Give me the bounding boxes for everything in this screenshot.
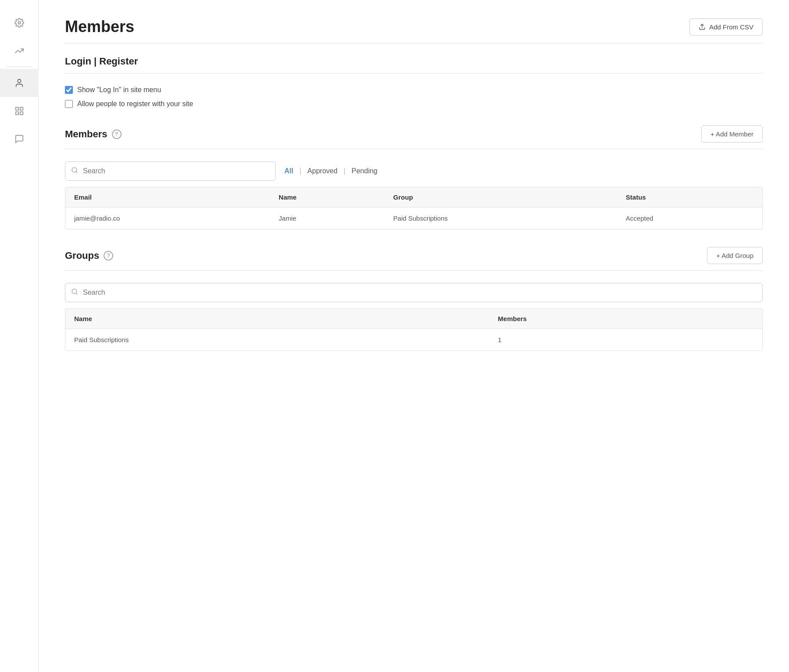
gear-icon: [14, 18, 25, 28]
person-icon: [14, 78, 25, 88]
cell-group-name: Paid Subscriptions: [65, 329, 489, 351]
members-table-head: Email Name Group Status: [65, 187, 762, 207]
members-section-header: Members ? + Add Member: [65, 125, 763, 143]
show-login-checkbox[interactable]: [65, 86, 73, 94]
grid-icon: [14, 106, 25, 116]
filter-sep-1: |: [299, 167, 301, 175]
svg-point-1: [18, 79, 21, 82]
groups-section-header: Groups ? + Add Group: [65, 247, 763, 264]
analytics-icon: [14, 46, 25, 56]
col-email: Email: [65, 187, 270, 207]
groups-table-header-row: Name Members: [65, 309, 762, 329]
allow-register-label[interactable]: Allow people to register with your site: [77, 100, 193, 108]
add-csv-label: Add From CSV: [709, 23, 753, 31]
svg-rect-5: [15, 112, 18, 114]
groups-search-section: [65, 283, 763, 302]
svg-line-10: [76, 293, 77, 294]
groups-help-icon[interactable]: ?: [104, 251, 113, 261]
sidebar-item-apps[interactable]: [0, 97, 39, 125]
col-group: Group: [384, 187, 617, 207]
svg-rect-2: [15, 107, 18, 110]
groups-table-wrap: Name Members Paid Subscriptions 1: [65, 308, 763, 351]
filter-tab-pending[interactable]: Pending: [351, 167, 377, 175]
show-login-label[interactable]: Show "Log In" in site menu: [77, 86, 161, 94]
groups-section: Groups ? + Add Group: [65, 247, 763, 351]
members-divider: [65, 149, 763, 149]
groups-table-head: Name Members: [65, 309, 762, 329]
groups-search-input[interactable]: [65, 283, 763, 302]
upload-icon: [699, 23, 706, 30]
cell-group: Paid Subscriptions: [384, 207, 617, 229]
members-search-row: All | Approved | Pending: [65, 161, 763, 181]
filter-tab-approved[interactable]: Approved: [308, 167, 338, 175]
add-group-button[interactable]: + Add Group: [707, 247, 763, 264]
cell-status: Accepted: [617, 207, 762, 229]
members-search-wrap: [65, 161, 276, 181]
add-from-csv-button[interactable]: Add From CSV: [689, 18, 763, 36]
groups-section-title: Groups: [65, 250, 99, 261]
members-section-title: Members: [65, 129, 108, 140]
groups-search-icon: [71, 288, 78, 297]
main-content: Members Add From CSV Login | Register Sh…: [39, 0, 789, 672]
add-member-button[interactable]: + Add Member: [701, 125, 763, 143]
page-header: Members Add From CSV: [65, 18, 763, 36]
col-group-members: Members: [489, 309, 762, 329]
svg-line-8: [76, 172, 77, 173]
members-section: Members ? + Add Member All | Approved: [65, 125, 763, 229]
top-divider: [65, 43, 763, 43]
groups-divider: [65, 270, 763, 271]
groups-title-group: Groups ?: [65, 250, 113, 261]
show-login-row: Show "Log In" in site menu: [65, 86, 763, 94]
allow-register-checkbox[interactable]: [65, 100, 73, 108]
svg-rect-3: [20, 107, 22, 110]
svg-rect-4: [20, 112, 22, 114]
members-table-header-row: Email Name Group Status: [65, 187, 762, 207]
groups-table-body: Paid Subscriptions 1: [65, 329, 762, 351]
chat-icon: [14, 134, 25, 144]
sidebar-item-messages[interactable]: [0, 125, 39, 153]
cell-email: jamie@radio.co: [65, 207, 270, 229]
cell-group-members: 1: [489, 329, 762, 351]
col-name: Name: [270, 187, 384, 207]
add-group-label: + Add Group: [716, 252, 753, 259]
members-filter-tabs: All | Approved | Pending: [284, 167, 377, 175]
filter-sep-2: |: [344, 167, 345, 175]
login-register-heading: Login | Register: [65, 56, 763, 67]
page-title: Members: [65, 18, 134, 36]
sidebar-item-members[interactable]: [0, 69, 39, 97]
login-register-divider: [65, 73, 763, 74]
members-help-icon[interactable]: ?: [112, 129, 122, 139]
groups-table: Name Members Paid Subscriptions 1: [65, 309, 762, 350]
members-title-group: Members ?: [65, 129, 122, 140]
col-group-name: Name: [65, 309, 489, 329]
members-table-body: jamie@radio.co Jamie Paid Subscriptions …: [65, 207, 762, 229]
members-search-icon: [71, 167, 78, 175]
members-table-wrap: Email Name Group Status jamie@radio.co J…: [65, 187, 763, 229]
members-table: Email Name Group Status jamie@radio.co J…: [65, 187, 762, 229]
col-status: Status: [617, 187, 762, 207]
sidebar-divider: [6, 67, 32, 67]
sidebar-item-analytics[interactable]: [0, 37, 39, 65]
table-row: Paid Subscriptions 1: [65, 329, 762, 351]
groups-search-wrap: [65, 283, 763, 302]
allow-register-row: Allow people to register with your site: [65, 100, 763, 108]
table-row: jamie@radio.co Jamie Paid Subscriptions …: [65, 207, 762, 229]
members-search-input[interactable]: [65, 161, 276, 181]
sidebar-item-settings[interactable]: [0, 9, 39, 37]
filter-tab-all[interactable]: All: [284, 167, 293, 175]
svg-point-0: [18, 21, 21, 24]
add-member-label: + Add Member: [710, 130, 753, 138]
sidebar: [0, 0, 39, 672]
login-register-section: Login | Register Show "Log In" in site m…: [65, 56, 763, 108]
cell-name: Jamie: [270, 207, 384, 229]
